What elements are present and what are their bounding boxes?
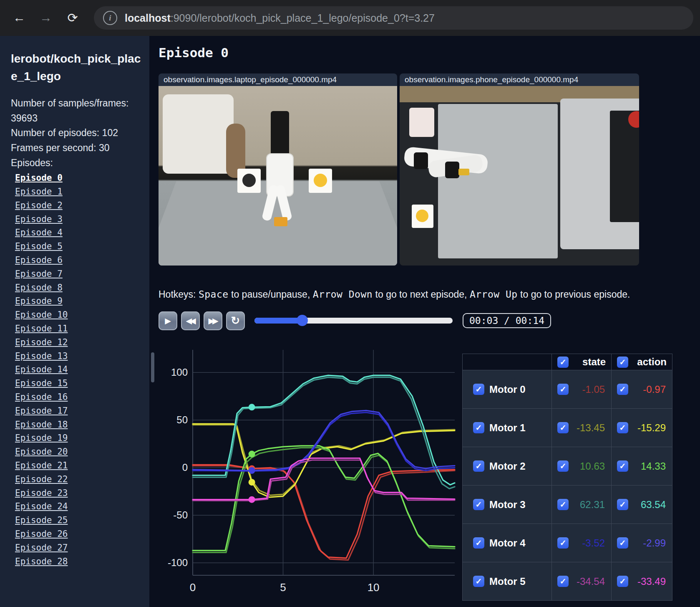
episode-link-15[interactable]: Episode 15 [15, 377, 149, 390]
state-cell-checkbox[interactable]: ✓ [557, 576, 569, 587]
episode-link-23[interactable]: Episode 23 [15, 486, 149, 500]
scrollbar-thumb[interactable] [151, 352, 154, 382]
pink-box [409, 108, 434, 137]
lerobot-dataset-visualizer: ← → ⟳ i localhost:9090/lerobot/koch_pick… [0, 0, 700, 607]
episode-link-6[interactable]: Episode 6 [15, 253, 149, 267]
hotkey-key: Arrow Down [313, 289, 373, 300]
episode-link-11[interactable]: Episode 11 [15, 322, 149, 336]
action-column-checkbox[interactable]: ✓ [617, 357, 628, 368]
state-value: 10.63 [580, 460, 605, 472]
episode-link-2[interactable]: Episode 2 [15, 199, 149, 212]
rewind-button[interactable]: ◀◀ [181, 311, 200, 330]
reload-icon[interactable]: ⟳ [63, 8, 82, 27]
motor-trace-chart[interactable]: -100-500501000510Time: 3.27s [159, 338, 463, 597]
episode-link-8[interactable]: Episode 8 [15, 281, 149, 295]
episode-link-7[interactable]: Episode 7 [15, 267, 149, 281]
motor-row-checkbox[interactable]: ✓ [473, 537, 484, 549]
episode-link-26[interactable]: Episode 26 [15, 527, 149, 541]
forward-icon[interactable]: → [37, 8, 55, 27]
episode-link-25[interactable]: Episode 25 [15, 513, 149, 527]
state-value: -3.52 [582, 537, 605, 549]
action-cell-checkbox[interactable]: ✓ [617, 460, 628, 472]
episode-link-14[interactable]: Episode 14 [15, 363, 149, 377]
state-cell-checkbox[interactable]: ✓ [557, 499, 569, 510]
trace-motor-0-state [193, 466, 455, 560]
site-info-icon[interactable]: i [103, 11, 117, 25]
episode-link-20[interactable]: Episode 20 [15, 445, 149, 459]
state-cell-checkbox[interactable]: ✓ [557, 537, 569, 549]
table-row-motor-4: ✓Motor 4✓-3.52✓-2.99 [463, 524, 672, 562]
state-header-label: state [582, 356, 606, 368]
episode-link-17[interactable]: Episode 17 [15, 404, 149, 418]
video-frame-laptop[interactable] [159, 86, 397, 266]
episode-link-27[interactable]: Episode 27 [15, 541, 149, 555]
robot-joint-2 [445, 162, 459, 178]
motor-row-checkbox[interactable]: ✓ [473, 422, 484, 433]
action-cell-checkbox[interactable]: ✓ [617, 537, 628, 549]
episode-link-0[interactable]: Episode 0 [15, 171, 149, 185]
episode-link-21[interactable]: Episode 21 [15, 459, 149, 473]
fast-forward-button[interactable]: ▶▶ [204, 311, 222, 330]
action-cell-checkbox[interactable]: ✓ [617, 384, 628, 395]
address-bar[interactable]: i localhost:9090/lerobot/koch_pick_place… [94, 6, 693, 30]
episode-link-1[interactable]: Episode 1 [15, 185, 149, 199]
action-cell-checkbox[interactable]: ✓ [617, 576, 628, 587]
state-cell-checkbox[interactable]: ✓ [557, 384, 569, 395]
action-cell-checkbox[interactable]: ✓ [617, 499, 628, 510]
robot-joint-1 [414, 152, 428, 169]
time-display: 00:03 / 00:14 [463, 313, 551, 328]
x-tick-10: 10 [368, 581, 380, 594]
video-player-laptop[interactable]: observation.images.laptop_episode_000000… [159, 73, 397, 266]
lego-baseplate-top [438, 104, 558, 258]
state-cell-checkbox[interactable]: ✓ [557, 422, 569, 433]
motor-row-checkbox[interactable]: ✓ [473, 499, 484, 510]
motor-row-checkbox[interactable]: ✓ [473, 384, 484, 395]
episode-link-5[interactable]: Episode 5 [15, 240, 149, 253]
episode-link-4[interactable]: Episode 4 [15, 226, 149, 240]
seek-slider-thumb[interactable] [297, 315, 308, 326]
state-cell-checkbox[interactable]: ✓ [557, 460, 569, 472]
smiley-card-top [412, 205, 433, 228]
url-host: localhost [125, 12, 171, 24]
smiley-face-top [416, 210, 428, 222]
episode-link-16[interactable]: Episode 16 [15, 390, 149, 404]
motor-name-label: Motor 1 [489, 422, 526, 434]
back-icon[interactable]: ← [10, 8, 28, 27]
loop-button[interactable]: ↻ [226, 311, 245, 330]
episode-link-24[interactable]: Episode 24 [15, 500, 149, 513]
state-column-checkbox[interactable]: ✓ [557, 357, 569, 368]
play-button[interactable]: ▶ [159, 311, 177, 330]
episode-link-3[interactable]: Episode 3 [15, 212, 149, 226]
episode-link-22[interactable]: Episode 22 [15, 473, 149, 486]
video-frame-phone[interactable] [400, 86, 639, 266]
episode-link-9[interactable]: Episode 9 [15, 294, 149, 308]
empty-header-cell [463, 354, 552, 370]
episode-link-19[interactable]: Episode 19 [15, 431, 149, 445]
browser-toolbar: ← → ⟳ i localhost:9090/lerobot/koch_pick… [0, 0, 700, 36]
dataset-info: Number of samples/frames: 39693 Number o… [11, 96, 141, 170]
state-value: -13.45 [577, 422, 605, 434]
episode-link-10[interactable]: Episode 10 [15, 308, 149, 322]
episode-link-12[interactable]: Episode 12 [15, 336, 149, 349]
episodes-count: Number of episodes: 102 [11, 126, 141, 141]
motor-name-label: Motor 5 [489, 576, 526, 587]
motor-name-label: Motor 3 [489, 499, 526, 511]
seek-slider[interactable] [254, 318, 453, 324]
action-cell-checkbox[interactable]: ✓ [617, 422, 628, 433]
y-tick--100: -100 [168, 557, 188, 568]
episode-list: Episode 0Episode 1Episode 2Episode 3Epis… [15, 171, 149, 568]
episode-link-13[interactable]: Episode 13 [15, 349, 149, 363]
y-tick-100: 100 [171, 367, 188, 378]
action-value: -33.49 [637, 576, 666, 587]
episode-link-18[interactable]: Episode 18 [15, 418, 149, 432]
video-player-phone[interactable]: observation.images.phone_episode_000000.… [400, 73, 639, 266]
url-text[interactable]: localhost:9090/lerobot/koch_pick_place_1… [125, 12, 435, 24]
samples-count: Number of samples/frames: 39693 [11, 96, 141, 126]
action-value: 14.33 [641, 460, 666, 472]
motor-row-checkbox[interactable]: ✓ [473, 576, 484, 587]
episode-link-28[interactable]: Episode 28 [15, 555, 149, 569]
motor-row-checkbox[interactable]: ✓ [473, 460, 484, 472]
main-content: Episode 0 observation.images.laptop_epis… [149, 36, 700, 607]
table-header-row: ✓state ✓action [463, 354, 672, 370]
dataset-title: lerobot/koch_pick_place_1_lego [11, 50, 141, 85]
